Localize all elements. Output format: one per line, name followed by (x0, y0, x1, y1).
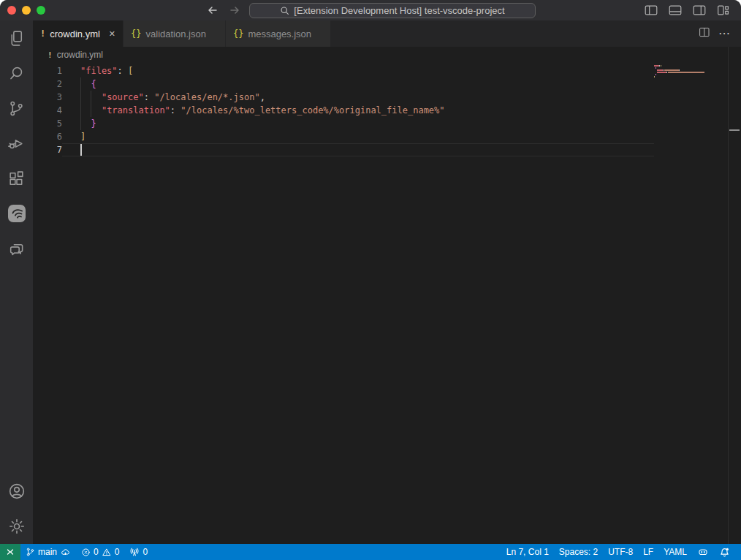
accounts-icon[interactable] (0, 474, 33, 509)
yaml-warning-icon: ! (48, 50, 53, 60)
toggle-secondary-sidebar-icon[interactable] (691, 1, 708, 19)
toggle-primary-sidebar-icon[interactable] (642, 1, 660, 19)
command-center[interactable]: [Extension Development Host] test-vscode… (249, 3, 536, 18)
language-mode-item[interactable]: YAML (658, 544, 692, 560)
copilot-icon[interactable] (692, 544, 714, 560)
warning-count: 0 (115, 547, 120, 557)
customize-layout-icon[interactable] (715, 1, 732, 19)
minimize-window-button[interactable] (22, 6, 31, 15)
remote-indicator[interactable] (0, 544, 20, 560)
error-circle-icon (81, 548, 91, 557)
problems-item[interactable]: 0 0 (76, 544, 124, 560)
code-line[interactable]: 2 { (33, 77, 654, 91)
activity-bar (0, 20, 33, 544)
explorer-icon[interactable] (0, 20, 33, 56)
branch-name: main (38, 547, 57, 557)
code-line[interactable]: 7 (33, 143, 654, 156)
comments-icon[interactable] (0, 231, 33, 266)
traffic-lights (0, 6, 45, 15)
search-icon[interactable] (0, 56, 33, 91)
breadcrumb[interactable]: ! crowdin.yml (33, 47, 741, 63)
close-icon[interactable]: ✕ (109, 29, 115, 39)
code-lines[interactable]: 1"files": [2 {3 "source": "/locales/en/*… (33, 63, 654, 156)
tab-label: validation.json (146, 29, 206, 39)
close-window-button[interactable] (7, 6, 16, 15)
vscode-window: [Extension Development Host] test-vscode… (0, 0, 741, 560)
warning-triangle-icon (102, 548, 112, 557)
branch-item[interactable]: main (20, 544, 76, 560)
code-line[interactable]: 1"files": [ (33, 64, 654, 77)
error-count: 0 (94, 547, 99, 557)
crowdin-icon[interactable] (0, 196, 33, 231)
notification-bell-icon[interactable] (714, 544, 735, 560)
json-braces-icon: {} (131, 29, 141, 39)
tab-bar: ! crowdin.yml ✕ {} validation.json {} me… (33, 20, 741, 47)
radio-tower-icon (129, 547, 140, 557)
overview-ruler-border (728, 47, 729, 544)
git-branch-icon (26, 547, 35, 557)
json-braces-icon: {} (233, 29, 243, 39)
code-line[interactable]: 6] (33, 130, 654, 143)
overview-ruler-cursor-mark (729, 129, 740, 131)
ports-count: 0 (142, 547, 148, 557)
minimap[interactable] (654, 65, 707, 80)
cursor-position-item[interactable]: Ln 7, Col 1 (501, 544, 554, 560)
title-bar: [Extension Development Host] test-vscode… (0, 0, 741, 20)
encoding-item[interactable]: UTF-8 (603, 544, 638, 560)
window-title: [Extension Development Host] test-vscode… (294, 5, 504, 16)
forward-icon[interactable] (227, 3, 242, 18)
split-editor-icon[interactable] (698, 26, 711, 42)
search-icon (280, 6, 289, 15)
source-control-icon[interactable] (0, 91, 33, 126)
tab-validation-json[interactable]: {} validation.json (123, 20, 226, 47)
tab-label: messages.json (248, 29, 311, 39)
editor-area: ! crowdin.yml ✕ {} validation.json {} me… (33, 20, 741, 544)
code-line[interactable]: 4 "translation": "/locales/%two_letters_… (33, 104, 654, 117)
status-bar: main 0 0 0 Ln 7, Col 1 Spaces: 2 UTF (0, 544, 741, 560)
toggle-panel-icon[interactable] (666, 1, 684, 19)
settings-gear-icon[interactable] (0, 509, 33, 544)
eol-item[interactable]: LF (638, 544, 658, 560)
ports-item[interactable]: 0 (124, 544, 153, 560)
tab-messages-json[interactable]: {} messages.json (226, 20, 331, 47)
more-actions-icon[interactable]: ⋯ (718, 30, 731, 37)
breadcrumb-item-filename[interactable]: crowdin.yml (57, 50, 103, 60)
run-and-debug-icon[interactable] (0, 126, 33, 161)
code-line[interactable]: 3 "source": "/locales/en/*.json", (33, 91, 654, 104)
back-icon[interactable] (205, 3, 220, 18)
tab-label: crowdin.yml (50, 29, 100, 39)
tab-crowdin-yml[interactable]: ! crowdin.yml ✕ (33, 20, 123, 47)
code-line[interactable]: 5 } (33, 117, 654, 130)
indentation-item[interactable]: Spaces: 2 (554, 544, 603, 560)
sync-cloud-icon (60, 548, 71, 557)
yaml-warning-icon: ! (40, 29, 45, 39)
zoom-window-button[interactable] (37, 6, 45, 15)
extensions-icon[interactable] (0, 161, 33, 196)
code-editor[interactable]: 1"files": [2 {3 "source": "/locales/en/*… (33, 63, 741, 544)
